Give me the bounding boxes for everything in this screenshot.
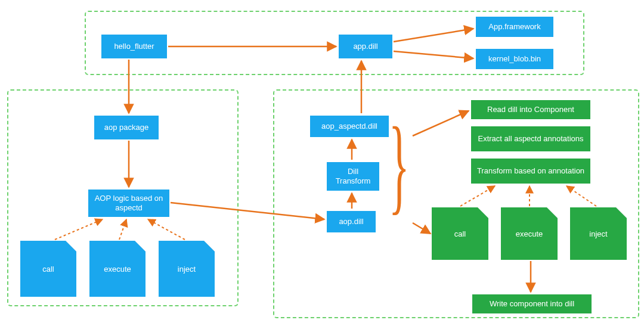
- node-extract-ann: Extract all aspectd annotations: [471, 126, 590, 151]
- node-aop-package: aop package: [94, 116, 159, 139]
- file-inject-left: inject: [159, 241, 215, 297]
- file-call-right: call: [432, 207, 488, 260]
- file-call-left: call: [20, 241, 76, 297]
- node-aop-dill: aop.dill: [327, 211, 376, 232]
- node-aop-aspectd-dill: aop_aspectd.dill: [310, 116, 389, 137]
- node-kernel-blob: kernel_blob.bin: [476, 49, 553, 69]
- node-hello-flutter: hello_flutter: [101, 35, 167, 58]
- node-read-dill: Read dill into Component: [471, 100, 590, 119]
- file-execute-left: execute: [89, 241, 145, 297]
- node-app-framework: App.framework: [476, 17, 553, 37]
- file-inject-right: inject: [570, 207, 627, 260]
- node-app-dill: app.dill: [339, 35, 392, 58]
- node-dill-transform: Dill Transform: [327, 162, 379, 191]
- brace-icon: }: [389, 128, 410, 203]
- node-aop-logic: AOP logic based on aspectd: [88, 190, 169, 217]
- node-transform-ann: Transform based on annotation: [471, 159, 590, 184]
- file-execute-right: execute: [501, 207, 558, 260]
- node-write-comp: Write component into dill: [472, 294, 592, 313]
